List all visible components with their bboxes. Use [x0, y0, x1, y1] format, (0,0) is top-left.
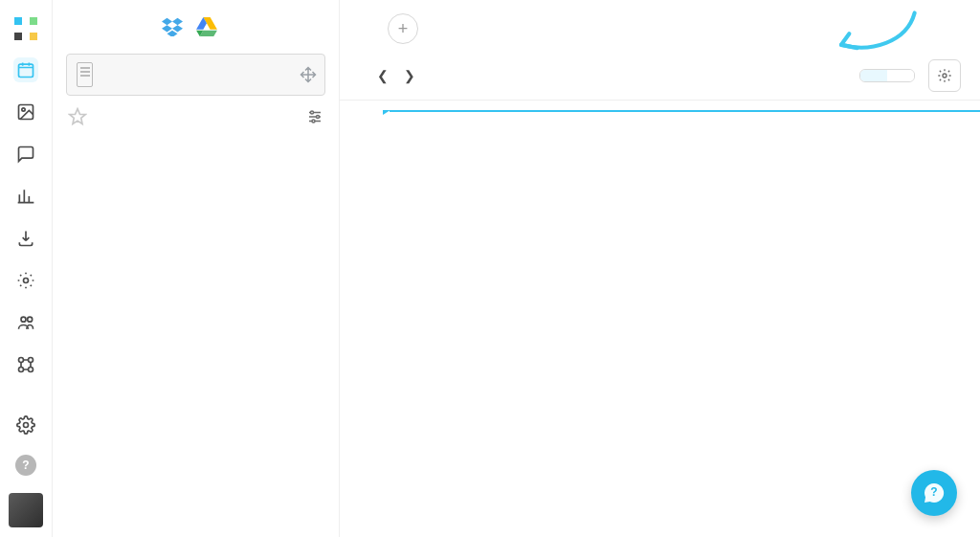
nav-collect[interactable] [13, 226, 38, 251]
dropbox-icon [162, 17, 183, 36]
svg-point-2 [22, 108, 25, 111]
svg-point-8 [19, 368, 24, 372]
svg-point-3 [24, 279, 29, 283]
view-month-button[interactable] [887, 70, 914, 81]
document-icon [77, 62, 93, 87]
media-grid [62, 134, 329, 144]
view-toggle [859, 69, 915, 82]
workspace-avatar[interactable] [9, 493, 43, 527]
svg-point-12 [317, 116, 320, 119]
svg-point-11 [311, 111, 314, 114]
google-drive-icon [196, 17, 217, 36]
nav-team[interactable] [13, 310, 38, 335]
current-time-marker [383, 110, 395, 115]
app-logo [14, 17, 37, 40]
svg-point-5 [28, 317, 33, 322]
svg-point-14 [943, 74, 947, 78]
favorites-toggle[interactable] [68, 107, 87, 126]
nav-rail: ? [0, 0, 53, 537]
svg-point-9 [29, 368, 33, 372]
nav-settings[interactable] [13, 413, 38, 437]
nav-calendar[interactable] [13, 57, 38, 82]
help-chat-button[interactable]: ? [911, 470, 957, 516]
svg-point-6 [19, 358, 24, 363]
add-account-button[interactable]: + [388, 13, 418, 44]
upload-media-row[interactable] [66, 17, 325, 36]
view-week-button[interactable] [860, 70, 887, 81]
svg-text:?: ? [930, 485, 937, 499]
prev-week-button[interactable]: ❮ [372, 65, 393, 86]
nav-help[interactable]: ? [15, 455, 36, 476]
nav-linkinbio[interactable] [13, 268, 38, 293]
nav-conversations[interactable] [13, 142, 38, 167]
media-panel [53, 0, 340, 537]
calendar-settings-button[interactable] [928, 59, 961, 92]
create-post-input[interactable] [102, 67, 288, 83]
svg-point-4 [21, 317, 26, 322]
nav-analytics[interactable] [13, 184, 38, 209]
svg-point-13 [312, 120, 315, 123]
next-week-button[interactable]: ❯ [399, 65, 420, 86]
nav-groups[interactable] [13, 352, 38, 377]
svg-rect-0 [19, 64, 33, 77]
drag-handle-icon[interactable] [298, 60, 319, 89]
calendar-panel: + ❮ ❯ [340, 0, 980, 537]
create-text-post[interactable] [66, 54, 325, 96]
filter-icon[interactable] [306, 108, 323, 125]
svg-point-10 [24, 423, 29, 428]
nav-media[interactable] [13, 100, 38, 124]
svg-point-7 [29, 358, 33, 363]
day-header-row [340, 101, 980, 110]
current-time-line [390, 110, 980, 112]
